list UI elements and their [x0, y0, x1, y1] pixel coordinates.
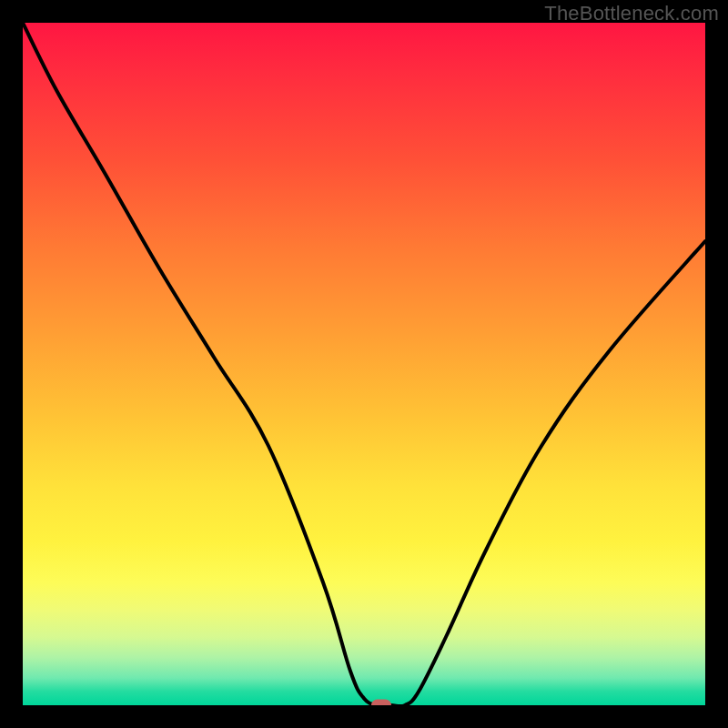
bottleneck-curve: [23, 23, 705, 705]
plot-area: [23, 23, 705, 705]
chart-frame: TheBottleneck.com: [0, 0, 728, 728]
watermark-text: TheBottleneck.com: [544, 2, 719, 25]
optimal-point-marker: [371, 700, 391, 706]
